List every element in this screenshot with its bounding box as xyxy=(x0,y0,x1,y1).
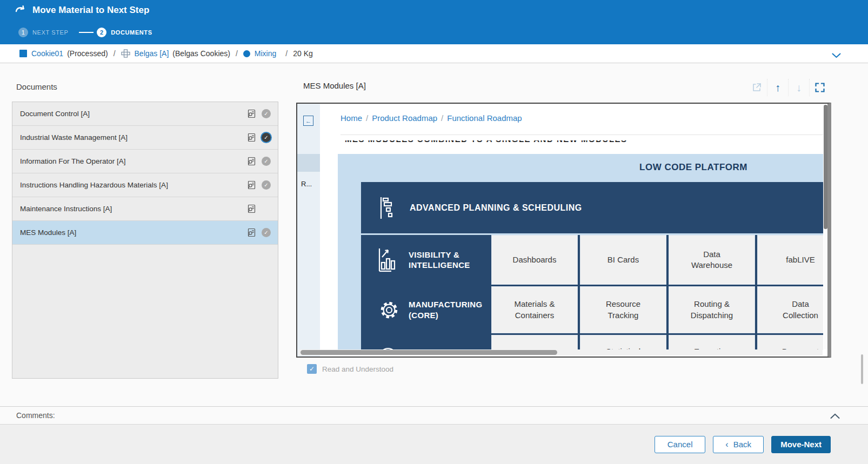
check-circle-icon: ✓ xyxy=(262,109,271,118)
material-square-icon xyxy=(19,50,27,57)
bar-chart-icon xyxy=(377,247,401,272)
move-next-button[interactable]: Move-Next xyxy=(771,436,831,453)
material-status: (Processed) xyxy=(67,49,108,58)
viewer-content: Home/Product Roadmap/Functional Roadmap … xyxy=(320,104,827,357)
gear-icon xyxy=(377,298,401,322)
gantt-icon xyxy=(378,196,400,220)
collapse-left-icon[interactable]: ← xyxy=(303,116,313,126)
document-preview-icon[interactable] xyxy=(247,109,256,118)
document-label: Industrial Waste Management [A] xyxy=(20,133,247,142)
module-cell: fabLIVE xyxy=(757,235,823,285)
doc-breadcrumb-separator: / xyxy=(362,113,372,123)
breadcrumb: Cookie01 (Processed) / Belgas [A] (Belga… xyxy=(0,44,868,63)
operation-link[interactable]: Mixing xyxy=(255,49,276,58)
chevron-left-icon: ‹ xyxy=(725,440,728,449)
module-cell: BI Cards xyxy=(580,235,666,285)
module-cell: Data Warehouse xyxy=(669,235,755,285)
step-connector xyxy=(79,32,94,33)
sidebar-highlight xyxy=(297,154,320,172)
divider xyxy=(340,135,823,135)
checkbox-check-icon: ✓ xyxy=(309,365,315,373)
document-preview-icon[interactable] xyxy=(247,180,256,190)
grid-row-label: MANUFACTURING (CORE) xyxy=(409,299,482,320)
step-next-step[interactable]: 1 NEXT STEP xyxy=(18,28,68,37)
doc-breadcrumb-product-roadmap[interactable]: Product Roadmap xyxy=(372,113,437,123)
chevron-down-icon[interactable] xyxy=(832,51,841,60)
check-circle-icon: ✓ xyxy=(262,228,271,237)
document-preview-icon[interactable] xyxy=(247,157,256,166)
curved-arrow-icon xyxy=(15,4,26,16)
quantity-value: 20 Kg xyxy=(293,49,313,58)
back-button[interactable]: ‹ Back xyxy=(713,436,764,453)
scrollbar-thumb[interactable] xyxy=(824,105,827,229)
viewer-horizontal-scrollbar[interactable] xyxy=(298,349,823,355)
diagram-title: LOW CODE PLATFORM xyxy=(639,154,747,181)
list-item[interactable]: Information For The Operator [A] ✓ xyxy=(12,150,278,173)
read-understood-label: Read and Understood xyxy=(322,365,393,373)
breadcrumb-separator: / xyxy=(285,49,288,58)
document-viewer: ← R... Home/Product Roadmap/Functional R… xyxy=(296,103,831,358)
page-scrollbar-thumb[interactable] xyxy=(861,354,863,384)
viewer-toolbar: ↑ ↓ xyxy=(746,79,830,96)
read-confirmation: ✓ Read and Understood xyxy=(307,364,393,374)
list-item-selected[interactable]: MES Modules [A] ✓ xyxy=(12,221,278,245)
list-item[interactable]: Document Control [A] ✓ xyxy=(12,102,278,126)
operation-dot-icon xyxy=(243,50,250,57)
doc-breadcrumb-functional-roadmap[interactable]: Functional Roadmap xyxy=(447,113,522,123)
document-preview-icon[interactable] xyxy=(247,133,256,142)
document-label: Information For The Operator [A] xyxy=(20,157,247,165)
move-next-button-label: Move-Next xyxy=(780,440,822,449)
footer-actions: Cancel ‹ Back Move-Next xyxy=(0,424,868,464)
check-circle-icon: ✓ xyxy=(262,133,271,142)
grid-row-header xyxy=(361,335,489,350)
open-external-icon[interactable] xyxy=(746,79,767,96)
document-preview-icon[interactable] xyxy=(247,228,256,237)
viewer-vertical-scrollbar[interactable] xyxy=(824,105,827,349)
back-button-label: Back xyxy=(733,440,751,449)
list-item[interactable]: Industrial Waste Management [A] ✓ xyxy=(12,126,278,150)
step-2-circle: 2 xyxy=(97,28,106,37)
module-cell: Resource Tracking xyxy=(580,286,666,333)
grid-row: MANUFACTURING (CORE) Materials & Contain… xyxy=(361,286,823,333)
step-1-label: NEXT STEP xyxy=(32,29,68,36)
material-link[interactable]: Cookie01 xyxy=(31,49,63,58)
document-preview-icon[interactable] xyxy=(247,204,256,213)
module-cell: Statistical xyxy=(580,335,666,350)
scrollbar-thumb[interactable] xyxy=(301,350,557,355)
module-cell xyxy=(491,335,578,350)
mes-modules-diagram: LOW CODE PLATFORM ADVANCED PLANNING & SC… xyxy=(338,154,823,350)
grid-row-header: MANUFACTURING (CORE) xyxy=(361,286,489,333)
document-label: MES Modules [A] xyxy=(20,228,247,237)
documents-list: Document Control [A] ✓ Industrial Waste … xyxy=(12,102,278,379)
check-circle-icon: ✓ xyxy=(262,180,271,190)
module-grid: VISIBILITY & INTELLIGENCE Dashboards BI … xyxy=(361,235,823,350)
grid-row-header: VISIBILITY & INTELLIGENCE xyxy=(361,235,489,285)
viewer-sidebar: ← R... xyxy=(297,104,320,357)
equipment-icon xyxy=(121,49,130,58)
grid-row-partial: Statistical Execution Document xyxy=(361,335,823,350)
comments-label: Comments: xyxy=(16,411,55,420)
document-label: Instructions Handling Hazardous Material… xyxy=(20,181,247,189)
arrow-up-icon[interactable]: ↑ xyxy=(767,79,788,96)
equipment-link[interactable]: Belgas [A] xyxy=(135,49,169,58)
module-cell: Data Collection xyxy=(757,286,823,333)
aps-bar: ADVANCED PLANNING & SCHEDULING xyxy=(361,182,823,233)
list-item[interactable]: Instructions Handling Hazardous Material… xyxy=(12,173,278,197)
clipped-heading: MES MODULES COMBINED TO A SINGLE AND NEW… xyxy=(345,140,790,145)
chevron-up-icon[interactable] xyxy=(830,412,840,421)
sidebar-truncated-label: R... xyxy=(301,180,312,188)
doc-breadcrumb-home[interactable]: Home xyxy=(340,113,362,123)
cancel-button[interactable]: Cancel xyxy=(655,436,705,453)
document-label: Maintenance Instructions [A] xyxy=(20,205,247,213)
read-understood-checkbox[interactable]: ✓ xyxy=(307,364,317,374)
grid-row: VISIBILITY & INTELLIGENCE Dashboards BI … xyxy=(361,235,823,285)
list-item[interactable]: Maintenance Instructions [A] ✓ xyxy=(12,197,278,221)
move-material-wizard: Move Material to Next Step 1 NEXT STEP 2… xyxy=(0,0,868,464)
fullscreen-icon[interactable] xyxy=(809,79,830,96)
arrow-down-icon[interactable]: ↓ xyxy=(788,79,809,96)
app-header: Move Material to Next Step 1 NEXT STEP 2… xyxy=(0,0,868,44)
module-cell: Dashboards xyxy=(491,235,578,285)
comments-section: Comments: xyxy=(0,406,868,424)
page-title-row: Move Material to Next Step xyxy=(15,4,149,16)
step-documents[interactable]: 2 DOCUMENTS xyxy=(97,28,152,37)
